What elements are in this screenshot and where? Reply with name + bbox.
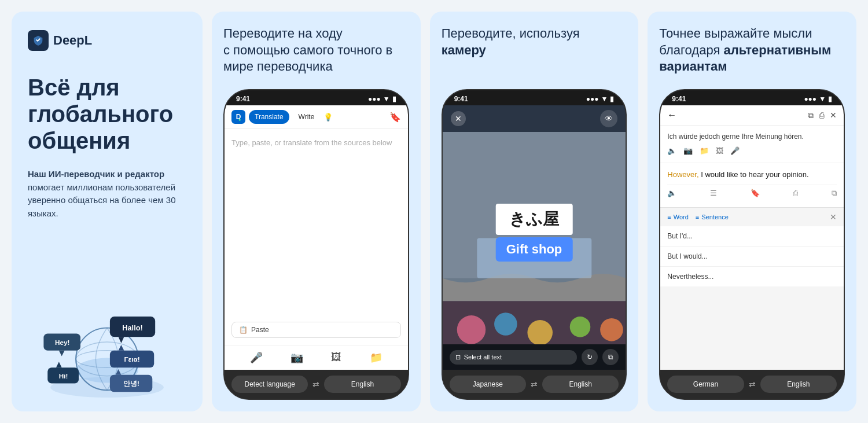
refresh-btn[interactable]: ↻: [582, 349, 598, 365]
copy-btn[interactable]: ⧉: [602, 349, 619, 365]
speaker-icon[interactable]: 🔈: [667, 145, 676, 157]
folder-icon-4[interactable]: 📁: [700, 145, 709, 157]
deepl-logo-icon: [28, 30, 49, 51]
phone-mockup-3: 9:41 ●●● ▼ ▮ ✕ 👁: [442, 89, 627, 400]
share2-icon[interactable]: ⎙: [793, 189, 798, 198]
back-arrow-icon[interactable]: ←: [667, 110, 676, 120]
alt-panel-close[interactable]: ✕: [830, 212, 837, 222]
alt-tab-sentence-label: Sentence: [701, 214, 728, 220]
svg-marker-13: [119, 345, 124, 351]
signal-icon: ●●●: [368, 95, 381, 103]
camera-top-bar: ✕ 👁: [443, 105, 626, 132]
mic-icon[interactable]: 🎤: [250, 351, 263, 364]
close-camera-btn[interactable]: ✕: [451, 111, 466, 126]
panel3-title: Переводите, используя камеру: [442, 25, 627, 78]
status-bar-4: 9:41 ●●● ▼ ▮: [660, 90, 844, 105]
swap-icon-2[interactable]: ⇄: [312, 380, 319, 389]
paste-icon: 📋: [239, 326, 248, 334]
time-3: 9:41: [454, 95, 468, 103]
time-4: 9:41: [672, 95, 686, 103]
status-icons-4: ●●● ▼ ▮: [804, 95, 832, 103]
translate-input-area[interactable]: Type, paste, or translate from the sourc…: [225, 129, 408, 322]
panel1-subtext-bold: Наш ИИ-переводчик и редактор: [28, 169, 164, 179]
translate-panel: Переводите на ходу с помощью самого точн…: [212, 12, 421, 411]
svg-text:Hey!: Hey!: [55, 339, 69, 346]
svg-marker-19: [56, 362, 62, 367]
source-icons: 🔈 📷 📁 🖼 🎤: [667, 145, 837, 157]
main-container: DeepL Всё для глобального общения Наш ИИ…: [0, 0, 868, 423]
share-icon[interactable]: ⎙: [819, 111, 824, 120]
svg-point-27: [527, 320, 553, 344]
translated-overlay-text: Gift shop: [496, 237, 573, 262]
panel1-subtext-regular: помогает миллионам пользователей уверенн…: [28, 182, 176, 218]
status-icons-3: ●●● ▼ ▮: [586, 95, 615, 103]
language-bar-3: Japanese ⇄ English: [443, 370, 626, 399]
illustration-svg: Hallo! Hey! Γεια! 안녕! Hi!: [28, 290, 186, 400]
camera-view: きふ屋 Gift shop: [443, 132, 626, 344]
alt-tab-sentence[interactable]: ≡ Sentence: [696, 214, 729, 220]
alt-tab-word-label: Word: [674, 214, 689, 220]
trans-icons: 🔈 ☰ 🔖 ⎙ ⧉: [667, 185, 837, 201]
target-lang-btn-3[interactable]: English: [542, 376, 619, 393]
list-icon[interactable]: ☰: [710, 189, 717, 198]
svg-text:Hallo!: Hallo!: [122, 323, 142, 332]
wifi-icon-4: ▼: [819, 95, 826, 103]
mic-icon-4[interactable]: 🎤: [730, 145, 740, 157]
alt-tabs: ≡ Word ≡ Sentence: [667, 214, 728, 220]
svg-point-25: [457, 315, 485, 344]
svg-point-29: [600, 318, 623, 341]
target-lang-btn-2[interactable]: English: [324, 376, 400, 393]
alt-item-2[interactable]: But I would...: [660, 247, 844, 267]
source-lang-btn-2[interactable]: Detect language: [231, 376, 308, 393]
panel1-headline: Всё для глобального общения: [28, 74, 186, 154]
screen-translate: D ● Translate Write 💡 🔖 Type, paste, or …: [225, 105, 408, 370]
list-icon-word: ≡: [667, 214, 671, 220]
time-2: 9:41: [236, 95, 250, 103]
swap-icon-4[interactable]: ⇄: [749, 380, 756, 389]
close-icon[interactable]: ✕: [830, 111, 837, 120]
translated-text-rest: I would like to hear your opinion.: [699, 170, 809, 179]
alternatives-panel-outer: Точнее выражайте мысли благодаря альтерн…: [648, 12, 856, 411]
bookmark2-icon[interactable]: 🔖: [751, 189, 760, 198]
copy2-icon[interactable]: ⧉: [808, 111, 814, 120]
paste-button[interactable]: 📋 Paste: [231, 322, 401, 338]
logo-text: DeepL: [53, 33, 92, 48]
camera-icon-4[interactable]: 📷: [683, 145, 693, 157]
speaker2-icon[interactable]: 🔈: [667, 189, 676, 198]
alt-tab-word[interactable]: ≡ Word: [667, 214, 689, 220]
camera-panel-outer: Переводите, используя камеру 9:41 ●●● ▼ …: [430, 12, 639, 411]
image-icon-4[interactable]: 🖼: [716, 145, 723, 157]
source-text: Ich würde jedoch gerne Ihre Meinung höre…: [667, 131, 837, 142]
screen-camera: ✕ 👁: [443, 105, 626, 370]
target-lang-btn-4[interactable]: English: [760, 376, 837, 393]
folder-icon[interactable]: 📁: [370, 351, 382, 364]
battery-icon-3: ▮: [610, 95, 614, 103]
tab-translate-btn[interactable]: Translate: [249, 110, 289, 124]
panel2-title: Переводите на ходу с помощью самого точн…: [223, 25, 409, 78]
camera-bottom-toolbar: ⊡ Select all text ↻ ⧉: [443, 344, 626, 370]
bottom-icon-bar: 🎤 📷 🖼 📁: [225, 345, 408, 370]
swap-icon-3[interactable]: ⇄: [531, 380, 538, 389]
logo-area: DeepL: [28, 30, 186, 51]
alt-item-3[interactable]: Nevertheless...: [660, 267, 844, 286]
shop-sign: きふ屋 Gift shop: [496, 204, 573, 262]
svg-text:안녕!: 안녕!: [123, 380, 139, 387]
alt-header: ≡ Word ≡ Sentence ✕: [660, 208, 844, 226]
source-lang-btn-4[interactable]: German: [667, 376, 744, 393]
copy3-icon[interactable]: ⧉: [832, 189, 837, 198]
tab-write-btn[interactable]: Write: [293, 110, 321, 124]
select-all-icon: ⊡: [455, 354, 461, 361]
alt-item-1[interactable]: But I'd...: [660, 226, 844, 247]
source-text-box: Ich würde jedoch gerne Ihre Meinung höre…: [660, 126, 844, 163]
image-icon[interactable]: 🖼: [331, 351, 341, 364]
svg-point-28: [569, 317, 590, 337]
alternatives-panel: ≡ Word ≡ Sentence ✕ But I'd...: [660, 207, 844, 370]
eye-icon-btn[interactable]: 👁: [600, 110, 617, 127]
translated-text-box: However, I would like to hear your opini…: [660, 163, 844, 208]
deepl-d-icon: D ●: [231, 110, 245, 124]
select-all-btn[interactable]: ⊡ Select all text: [450, 350, 578, 365]
source-lang-btn-3[interactable]: Japanese: [450, 376, 526, 393]
bookmark-icon[interactable]: 🔖: [389, 112, 401, 123]
phone-mockup-4: 9:41 ●●● ▼ ▮ ← ⧉ ⎙ ✕ Ich würde: [659, 89, 845, 400]
camera-icon[interactable]: 📷: [290, 351, 303, 364]
